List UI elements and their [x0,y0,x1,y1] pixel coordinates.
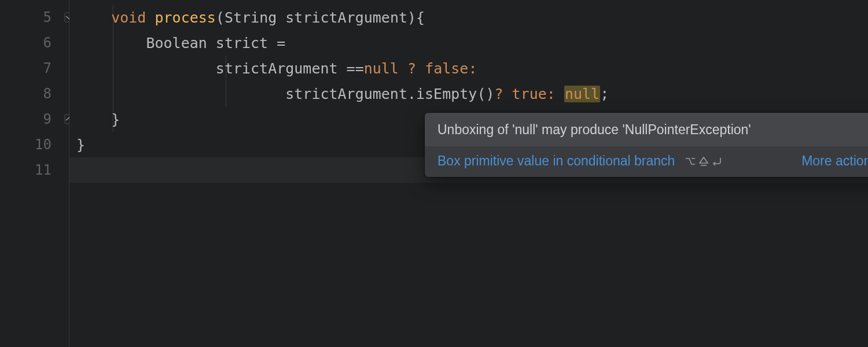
inspection-title: Unboxing of 'null' may produce 'NullPoin… [437,122,751,138]
param-name: strictArgument [285,9,407,26]
code-line[interactable]: strictArgument . isEmpty () ? true : nul… [69,81,868,106]
brace-open: { [416,9,425,26]
more-actions-link[interactable]: More actions... [801,153,868,169]
keyword-true: true [512,86,547,102]
line-number: 10 [35,136,52,153]
paren-open: ( [216,9,225,26]
line-number: 9 [43,111,52,127]
dot-op: . [407,86,416,102]
line-number: 11 [35,162,52,178]
inspection-popup: Unboxing of 'null' may produce 'NullPoin… [425,113,868,177]
line-number: 5 [43,9,52,25]
code-editor[interactable]: 5 6 7 8 9 10 11 [0,0,868,347]
gutter-line: 7 [0,56,69,81]
line-number: 6 [43,35,52,51]
line-number: 7 [43,60,52,76]
type-boolean: Boolean [146,35,207,51]
brace-close: } [111,111,120,128]
method-name: process [155,9,216,26]
code-area[interactable]: void process ( String strictArgument ) {… [69,0,868,347]
gutter-line: 9 [0,106,69,132]
gutter-line: 10 [0,132,69,157]
code-line[interactable]: strictArgument == null ? false : [69,56,868,81]
code-line[interactable]: Boolean strict = [69,30,868,56]
code-line[interactable]: void process ( String strictArgument ) { [69,5,868,30]
gutter-line: 5 [0,5,69,30]
ternary-colon: : [468,60,477,77]
type-string: String [225,9,277,26]
shortcut-opt-shift-enter [684,156,723,167]
keyword-null: null [364,60,399,77]
quick-fix-action[interactable]: Box primitive value in conditional branc… [437,153,675,169]
assign-op: = [277,35,285,51]
method-call: isEmpty [416,86,477,102]
gutter-line: 6 [0,30,69,56]
gutter-line: 11 [0,157,69,183]
inspection-title-row: Unboxing of 'null' may produce 'NullPoin… [425,113,868,146]
inspection-actions-row: Box primitive value in conditional branc… [425,146,868,177]
semicolon: ; [600,86,609,102]
brace-close: } [76,136,85,153]
eq-op: == [347,60,364,77]
gutter-line: 8 [0,81,69,106]
keyword-void: void [111,9,146,26]
ternary-qmark: ? [494,86,503,102]
var-name: strict [216,35,268,51]
identifier: strictArgument [285,86,407,102]
ternary-colon: : [547,86,556,102]
call-parens: () [477,86,494,102]
identifier: strictArgument [216,60,338,77]
paren-close: ) [407,9,416,26]
line-number: 8 [43,86,52,102]
gutter: 5 6 7 8 9 10 11 [0,0,69,347]
ternary-qmark: ? [407,60,416,77]
warning-highlight-null[interactable]: null [564,86,600,102]
keyword-false: false [425,60,468,77]
